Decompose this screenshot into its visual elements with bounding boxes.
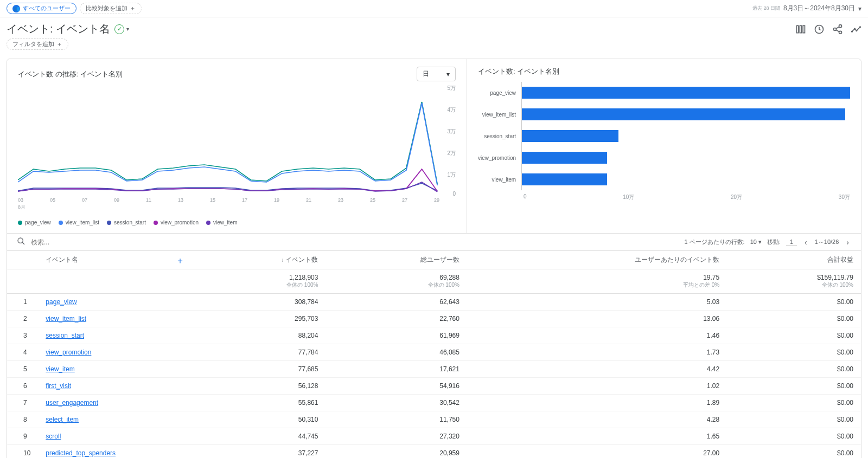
bar-label: view_promotion: [478, 155, 516, 161]
bar-label: view_item: [478, 177, 516, 183]
event-link[interactable]: user_engagement: [46, 399, 98, 407]
all-users-label: すべてのユーザー: [23, 4, 71, 12]
legend-label: view_promotion: [161, 220, 199, 225]
date-sub: 過去 28 日間: [752, 5, 780, 12]
cell-per: 5.03: [467, 294, 727, 311]
cell-per: 1.65: [467, 428, 727, 445]
legend-item[interactable]: session_start: [107, 220, 146, 225]
col-total-revenue[interactable]: 合計収益: [727, 251, 861, 269]
customize-icon[interactable]: [795, 24, 806, 35]
cell-count: 56,128: [190, 378, 326, 395]
svg-point-10: [860, 27, 861, 28]
explore-icon[interactable]: [851, 24, 861, 35]
cell-rev: $0.00: [727, 361, 861, 378]
search-input[interactable]: [31, 238, 684, 246]
table-row: 7 user_engagement 55,861 30,542 1.89 $0.…: [7, 395, 861, 411]
next-page-button[interactable]: ›: [844, 238, 851, 247]
page-title: イベント: イベント名: [7, 22, 110, 36]
event-link[interactable]: first_visit: [46, 382, 71, 390]
share-icon[interactable]: [832, 24, 843, 35]
bar-xaxis: 0 10万 20万 30万: [524, 193, 850, 201]
title-dropdown[interactable]: ▾: [126, 26, 129, 32]
prev-page-button[interactable]: ‹: [802, 238, 809, 247]
cell-users: 22,760: [326, 311, 467, 327]
cell-per: 1.89: [467, 395, 727, 411]
pagination: 1 ページあたりの行数: 10 ▾ 移動: 1 ‹ 1～10/26 ›: [684, 238, 851, 247]
add-dimension-icon[interactable]: ＋: [176, 255, 184, 267]
bar-chart-panel: イベント数: イベント名別 page_viewview_item_listses…: [467, 59, 861, 233]
add-filter-label: フィルタを追加: [12, 40, 54, 48]
col-events-per-user[interactable]: ユーザーあたりのイベント数: [467, 251, 727, 269]
cell-rev: $0.00: [727, 411, 861, 428]
table-row: 10 predicted_top_spenders 37,227 20,959 …: [7, 445, 861, 459]
users-icon: 👥: [12, 5, 20, 12]
yaxis-tick: 3万: [447, 128, 456, 136]
cell-rev: $0.00: [727, 445, 861, 459]
top-bar: 👥 すべてのユーザー 比較対象を追加 ＋ 過去 28 日間 8月3日～2024年…: [0, 0, 868, 17]
event-link[interactable]: predicted_top_spenders: [46, 449, 116, 457]
cell-users: 11,750: [326, 411, 467, 428]
verified-badge: ✓: [114, 24, 124, 34]
date-range-picker[interactable]: 過去 28 日間 8月3日～2024年8月30日 ▾: [752, 4, 861, 13]
bar-label: page_view: [478, 90, 516, 96]
legend-label: view_item: [213, 220, 237, 225]
legend-item[interactable]: view_item_list: [59, 220, 99, 225]
col-total-users[interactable]: 総ユーザー数: [326, 251, 467, 269]
legend-item[interactable]: page_view: [18, 220, 51, 225]
xaxis-sub: 8月: [18, 204, 456, 211]
yaxis-tick: 5万: [447, 85, 456, 92]
line-xaxis: 0305070911131517192123252729: [18, 197, 456, 203]
add-filter-chip[interactable]: フィルタを追加 ＋: [7, 38, 68, 50]
bar: [522, 87, 850, 99]
event-link[interactable]: view_item: [46, 365, 74, 373]
rows-per-page-label: 1 ページあたりの行数:: [684, 238, 744, 246]
svg-point-6: [839, 31, 842, 34]
event-link[interactable]: select_item: [46, 416, 79, 423]
legend-swatch: [59, 221, 63, 225]
bar: [522, 152, 607, 164]
svg-point-4: [839, 24, 842, 27]
table-row: 6 first_visit 56,128 54,916 1.02 $0.00: [7, 378, 861, 395]
cell-count: 55,861: [190, 395, 326, 411]
row-index: 8: [7, 411, 38, 428]
bar: [522, 108, 845, 120]
totals-row: 1,218,903全体の 100% 69,288全体の 100% 19.75平均…: [7, 269, 861, 294]
svg-point-11: [18, 238, 23, 243]
rows-per-page-select[interactable]: 10 ▾: [750, 238, 762, 246]
insights-icon[interactable]: [814, 24, 825, 35]
event-link[interactable]: session_start: [46, 332, 84, 339]
legend-label: page_view: [25, 220, 51, 225]
event-link[interactable]: scroll: [46, 433, 61, 440]
col-event-name[interactable]: イベント名 ＋: [38, 251, 190, 269]
legend-label: session_start: [114, 220, 146, 225]
cell-per: 13.06: [467, 311, 727, 327]
goto-input[interactable]: 1: [786, 238, 797, 246]
chevron-down-icon: ▾: [858, 5, 861, 12]
event-link[interactable]: view_promotion: [46, 349, 91, 356]
table-row: 2 view_item_list 295,703 22,760 13.06 $0…: [7, 311, 861, 327]
filter-row: フィルタを追加 ＋: [0, 37, 868, 55]
table-row: 5 view_item 77,685 17,621 4.42 $0.00: [7, 361, 861, 378]
legend-item[interactable]: view_promotion: [154, 220, 199, 225]
legend-item[interactable]: view_item: [206, 220, 237, 225]
cell-per: 1.46: [467, 327, 727, 344]
row-index: 3: [7, 327, 38, 344]
granularity-select[interactable]: 日 ▾: [417, 67, 456, 81]
col-event-count[interactable]: ↓イベント数: [190, 251, 326, 269]
cell-per: 27.00: [467, 445, 727, 459]
legend-swatch: [154, 221, 158, 225]
all-users-chip[interactable]: 👥 すべてのユーザー: [7, 3, 76, 14]
cell-rev: $0.00: [727, 428, 861, 445]
cell-users: 54,916: [326, 378, 467, 395]
row-index: 1: [7, 294, 38, 311]
bar-label: session_start: [478, 133, 516, 139]
cell-count: 77,685: [190, 361, 326, 378]
event-link[interactable]: page_view: [46, 298, 76, 306]
cell-users: 46,085: [326, 344, 467, 361]
cell-rev: $0.00: [727, 395, 861, 411]
add-comparison-chip[interactable]: 比較対象を追加 ＋: [80, 3, 142, 14]
granularity-value: 日: [423, 69, 429, 79]
svg-point-9: [856, 30, 857, 31]
row-index: 9: [7, 428, 38, 445]
event-link[interactable]: view_item_list: [46, 315, 86, 322]
